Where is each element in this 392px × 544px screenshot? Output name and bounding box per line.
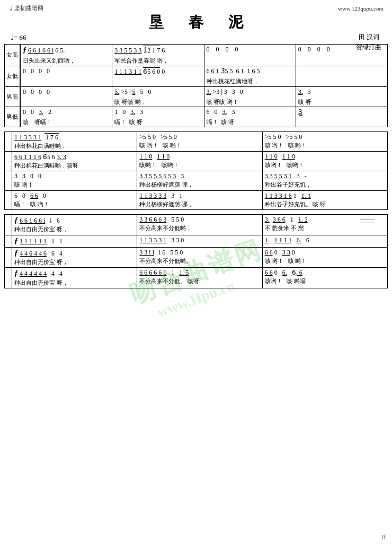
fh-m2: 3 3 5 5 3 3 1̂2 1 7 6	[112, 45, 203, 56]
page-title: 垦 春 泥	[4, 12, 388, 32]
section-3: ƒ 6 6 1 6 6 i i 6 种出自由无价宝 呀， 3 3 6 6 6 3…	[4, 214, 388, 288]
s2-r3-bracket	[5, 171, 12, 190]
s3-row3: ƒ 4 4 6 4 4 6 6 4 种出自由无价宝 呀， 3 3 i i i 6…	[5, 248, 387, 268]
male-low-content: 0 0 3. 2 1 0 3. 3 6 0 3. 3 3̲	[21, 107, 387, 127]
s3-row2: ƒ 1 1 1 1 1 1 1 1 1 1 3 3 3 1 3 3 0 1. 1…	[5, 235, 387, 248]
male-low-notes: 0 0 3. 2 1 0 3. 3 6 0 3. 3 3̲	[21, 107, 387, 118]
row-female-low: 女低 0 0 0 0 1 1 1 3 1 1 6̂5 6 0 0 6 6 1 3…	[5, 66, 387, 87]
male-high-content: 0 0 0 0 5. >5 | 5 5 0 3. >3 | 3 3 0 3. 3	[21, 87, 387, 107]
credits: 田 汉词 贺绿汀曲	[356, 32, 381, 52]
fl-m4	[296, 66, 387, 77]
female-low-notes: 0 0 0 0 1 1 1 3 1 1 6̂5 6 0 0 6 6 1 3̂5 …	[21, 66, 387, 77]
female-high-lyrics: 日头出来又到西哟， 军民合作垦春泥 哟，	[21, 56, 387, 65]
tempo-value: ♩= 66	[11, 33, 26, 42]
s3-r4-content: ƒ 4 4 4 4 4 4 4 4 种出自由无价宝 呀， 6 6 6 6 6 1…	[12, 268, 387, 288]
male-low-lyrics: 咳 呀嗝！ 嗝！ 咳 呀 嗝！ 咳 呀	[21, 118, 387, 127]
s2-r2-content: 6 6 1 1 1 6 6̂5 6 3. 3 种出棉花白满畦哟，咳呀 1 1 0…	[12, 152, 387, 171]
s2-r4-bracket	[5, 191, 12, 209]
fl-m3: 6 6 1 3̂5 5 6 1 1 6 5	[204, 66, 296, 77]
s2-r2-bracket	[5, 152, 12, 171]
composer: 贺绿汀曲	[356, 42, 381, 52]
row-male-low: 男低 0 0 3. 2 1 0 3. 3 6 0 3. 3	[5, 107, 387, 127]
s3-r3-content: ƒ 4 4 6 4 4 6 6 4 种出自由无价宝 呀， 3 3 i i i 6…	[12, 248, 387, 268]
female-high-content: ƒ 6 6 1 6 6 i 6 5. 3 3 5 5 3 3 1̂2 1 7 6…	[21, 45, 387, 66]
fh-l3	[204, 56, 296, 65]
female-low-content: 0 0 0 0 1 1 1 3 1 1 6̂5 6 0 0 6 6 1 3̂5 …	[21, 66, 387, 86]
section-1: 女高 ƒ 6 6 1 6 6 i 6 5. 3 3 5 5 3 3 1̂2 1 …	[4, 44, 388, 127]
fl-m1: 0 0 0 0	[21, 66, 112, 77]
female-low-lyrics: 种出桃花红满地呀，	[21, 77, 387, 86]
fh-l1: 日头出来又到西哟，	[21, 56, 112, 65]
section-2: 1 1 3 3 3 1 1 7 6. 种出棉花白满畦哟， >5 5 0 >5 5…	[4, 131, 388, 210]
voice-label-male-low: 男低	[5, 107, 21, 127]
male-high-lyrics: 咳 呀咳 哟， 咳 呀咳 哟！ 咳 呀	[21, 98, 387, 107]
site-url: www.123qupu.com	[338, 5, 384, 12]
s2-row3: 3 3 0 0 咳 哟！ 3 3 5 5 5 5 5 3 3 种出杨柳好遮荫 哪…	[5, 171, 387, 190]
s2-row4: 6 0 6 6 0 嗝！ 咳 哟！ 1 1 3 3 3 3 3 1 种出杨柳好遮…	[5, 191, 387, 209]
site-logo: ♩坚韧曲谱网	[8, 4, 43, 12]
fh-m3: 0 0 0 0	[204, 45, 296, 56]
voice-label-female-low: 女低	[5, 66, 21, 86]
s3-r4-bracket	[5, 268, 12, 288]
female-high-notes: ƒ 6 6 1 6 6 i 6 5. 3 3 5 5 3 3 1̂2 1 7 6…	[21, 45, 387, 56]
s2-r1-bracket	[5, 132, 12, 151]
voice-label-female-high: 女高	[5, 45, 21, 66]
lyricist: 田 汉词	[356, 32, 381, 42]
s3-row1: ƒ 6 6 1 6 6 i i 6 种出自由无价宝 呀， 3 3 6 6 6 3…	[5, 215, 387, 235]
s3-r3-bracket	[5, 248, 12, 268]
s3-r2-content: ƒ 1 1 1 1 1 1 1 1 1 1 3 3 3 1 3 3 0 1. 1…	[12, 235, 387, 247]
row-male-high: 男高 0 0 0 0 5. >5 | 5 5 0 3. >3 | 3 3 0	[5, 87, 387, 107]
fh-l4	[296, 56, 387, 65]
fl-m2: 1 1 1 3 1 1 6̂5 6 0 0	[112, 66, 203, 77]
tempo-marking: ♩= 66	[4, 33, 388, 42]
male-high-notes: 0 0 0 0 5. >5 | 5 5 0 3. >3 | 3 3 0 3. 3	[21, 87, 387, 98]
s2-row1: 1 1 3 3 3 1 1 7 6. 种出棉花白满畦哟， >5 5 0 >5 5…	[5, 132, 387, 152]
row-female-high: 女高 ƒ 6 6 1 6 6 i 6 5. 3 3 5 5 3 3 1̂2 1 …	[5, 45, 387, 66]
s2-r3-content: 3 3 0 0 咳 哟！ 3 3 5 5 5 5 5 3 3 种出杨柳好遮荫 哪…	[12, 171, 387, 190]
voice-label-male-high: 男高	[5, 87, 21, 107]
s3-row4: ƒ 4 4 4 4 4 4 4 4 种出自由无价宝 呀， 6 6 6 6 6 1…	[5, 268, 387, 288]
s2-r4-content: 6 0 6 6 0 嗝！ 咳 哟！ 1 1 3 3 3 3 3 1 种出杨柳好遮…	[12, 191, 387, 209]
score-page: ♩坚韧曲谱网 www.123qupu.com 垦 春 泥 田 汉词 贺绿汀曲 ♩…	[0, 0, 392, 291]
fh-l2: 军民合作垦春泥 哟，	[112, 56, 203, 65]
fh-m1: ƒ 6 6 1 6 6 i 6 5.	[21, 45, 112, 56]
s3-r1-content: ƒ 6 6 1 6 6 i i 6 种出自由无价宝 呀， 3 3 6 6 6 3…	[12, 215, 387, 235]
s3-r2-bracket	[5, 235, 12, 247]
page-note: If	[382, 533, 386, 540]
s2-r1-content: 1 1 3 3 3 1 1 7 6. 种出棉花白满畦哟， >5 5 0 >5 5…	[12, 132, 387, 151]
s3-r1-bracket	[5, 215, 12, 235]
top-bar: ♩坚韧曲谱网 www.123qupu.com	[4, 2, 388, 12]
s2-row2: 6 6 1 1 1 6 6̂5 6 3. 3 种出棉花白满畦哟，咳呀 1 1 0…	[5, 152, 387, 171]
